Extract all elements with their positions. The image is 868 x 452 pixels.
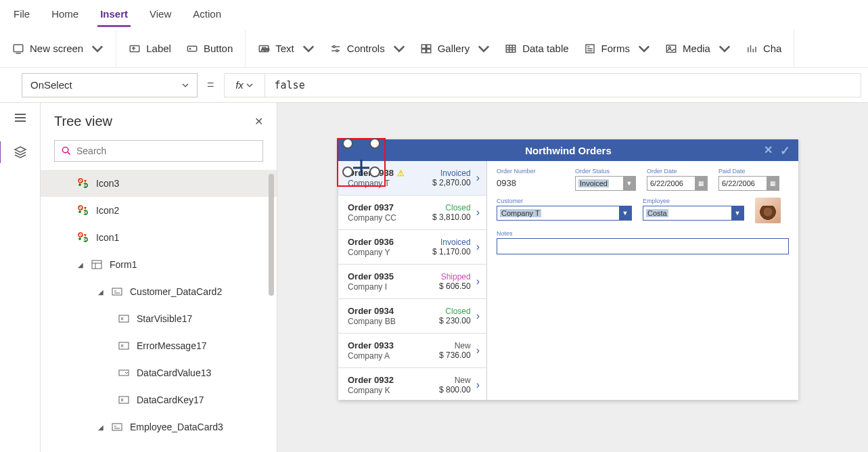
order-status: Shipped (441, 272, 471, 281)
forms-dropdown[interactable]: Forms (584, 43, 651, 55)
tree-node-icon2[interactable]: Icon2 (41, 197, 277, 224)
tree-node-starvisible[interactable]: StarVisible17 (41, 305, 277, 332)
order-row[interactable]: Order 0932Company KNew$ 800.00› (338, 368, 486, 400)
paid-date-label: Paid Date (718, 168, 779, 175)
menu-file[interactable]: File (11, 3, 32, 27)
tree-node-errormessage[interactable]: ErrorMessage17 (41, 332, 277, 359)
order-amount: $ 230.00 (439, 316, 471, 325)
tree-node-icon3[interactable]: Icon3 (41, 170, 277, 197)
employee-label: Employee (643, 198, 744, 204)
icon-node-icon (77, 205, 89, 216)
chevron-right-icon: › (476, 172, 480, 184)
new-screen-button[interactable]: New screen (12, 43, 104, 55)
tree-search-box[interactable] (54, 140, 263, 162)
hamburger-button[interactable] (14, 111, 27, 127)
selection-handle[interactable] (342, 138, 353, 149)
tree-node-customer-datacard[interactable]: ◢ Customer_DataCard2 (41, 278, 277, 305)
order-status: New (455, 341, 471, 351)
chevron-right-icon: › (476, 275, 480, 288)
close-panel-button[interactable]: ✕ (254, 115, 263, 128)
order-company: Company BB (348, 317, 396, 326)
scrollbar[interactable] (269, 174, 274, 296)
data-table-button[interactable]: Data table (505, 43, 568, 55)
charts-dropdown[interactable]: Cha (746, 43, 782, 55)
notes-input[interactable] (497, 238, 789, 254)
fx-button[interactable]: fx (224, 73, 265, 97)
label-button[interactable]: Label (129, 43, 171, 55)
tree-view-title: Tree view (54, 114, 112, 129)
order-date-picker[interactable]: 6/22/2006▦ (647, 176, 708, 191)
paid-date-picker[interactable]: 6/22/2006▦ (718, 176, 779, 191)
menu-action[interactable]: Action (190, 3, 224, 27)
controls-dropdown[interactable]: Controls (329, 43, 405, 55)
icon-node-icon (77, 232, 89, 243)
order-status: New (455, 376, 471, 385)
layers-icon (14, 145, 27, 159)
tree-node-employee-datacard[interactable]: ◢ Employee_DataCard3 (41, 413, 277, 440)
chevron-down-icon (478, 43, 490, 55)
tree-node-datacardvalue[interactable]: DataCardValue13 (41, 359, 277, 386)
cancel-icon[interactable]: ✕ (764, 143, 773, 156)
tree-node-datacardkey[interactable]: DataCardKey17 (41, 386, 277, 413)
order-status-label: Order Status (575, 168, 636, 175)
property-selector[interactable]: OnSelect (22, 73, 198, 97)
customer-label: Customer (497, 198, 632, 204)
formula-input[interactable]: false (265, 73, 861, 97)
tree-search-input[interactable] (76, 145, 256, 156)
tree-node-icon1[interactable]: Icon1 (41, 224, 277, 251)
menu-home[interactable]: Home (49, 3, 81, 27)
add-icon[interactable] (350, 157, 372, 179)
hamburger-icon (14, 111, 27, 125)
order-company: Company Y (348, 248, 394, 257)
order-row[interactable]: Order 0934Company BBClosed$ 230.00› (338, 299, 486, 334)
menu-insert[interactable]: Insert (97, 3, 131, 27)
text-icon: Abc (258, 43, 270, 55)
chevron-right-icon: › (476, 241, 480, 253)
datacard-icon (111, 422, 123, 432)
button-button[interactable]: Button (186, 43, 233, 55)
text-dropdown[interactable]: Abc Text (258, 43, 315, 55)
menu-view[interactable]: View (147, 3, 174, 27)
customer-select[interactable]: Company T▼ (497, 206, 632, 221)
canvas[interactable]: Northwind Orders ✕ ✓ Order 0938 ⚠Company… (277, 103, 868, 452)
app-title: Northwind Orders (525, 145, 612, 156)
svg-point-7 (336, 49, 338, 51)
expander-icon[interactable]: ◢ (97, 424, 104, 431)
app-preview[interactable]: Northwind Orders ✕ ✓ Order 0938 ⚠Company… (338, 139, 798, 400)
order-date-label: Order Date (647, 168, 708, 175)
order-amount: $ 1,170.00 (432, 247, 471, 256)
order-status-select[interactable]: Invoiced▼ (575, 176, 636, 191)
svg-rect-22 (119, 315, 129, 322)
order-row[interactable]: Order 0936Company YInvoiced$ 1,170.00› (338, 230, 486, 265)
chevron-down-icon (182, 82, 189, 89)
screen-icon (12, 43, 24, 55)
order-number: Order 0934 (348, 306, 396, 317)
submit-icon[interactable]: ✓ (780, 143, 790, 158)
order-gallery[interactable]: Order 0938 ⚠Company TInvoiced$ 2,870.00›… (338, 161, 487, 400)
employee-avatar (755, 198, 781, 223)
order-row[interactable]: Order 0935Company IShipped$ 606.50› (338, 265, 486, 299)
expander-icon[interactable]: ◢ (77, 261, 84, 269)
order-row[interactable]: Order 0933Company ANew$ 736.00› (338, 334, 486, 368)
order-number-value: 0938 (497, 176, 564, 189)
gallery-dropdown[interactable]: Gallery (420, 43, 490, 55)
order-number: Order 0935 (348, 271, 394, 282)
expander-icon[interactable]: ◢ (97, 288, 104, 296)
order-detail-form: Order Number 0938 Order Status Invoiced▼… (487, 161, 798, 400)
tree-node-form1[interactable]: ◢ Form1 (41, 251, 277, 278)
tree-view-button[interactable] (14, 145, 27, 161)
selection-box[interactable] (337, 138, 386, 187)
employee-select[interactable]: Costa▼ (643, 206, 744, 221)
selection-handle[interactable] (369, 138, 380, 149)
order-company: Company A (348, 351, 394, 361)
order-amount: $ 800.00 (439, 385, 471, 394)
media-dropdown[interactable]: Media (665, 43, 731, 55)
svg-rect-21 (112, 288, 122, 295)
order-status: Invoiced (440, 238, 471, 247)
order-company: Company K (348, 386, 394, 395)
formula-bar: OnSelect = fx false (0, 68, 868, 103)
chevron-down-icon (638, 43, 650, 55)
order-row[interactable]: Order 0937Company CCClosed$ 3,810.00› (338, 196, 486, 230)
forms-icon (584, 43, 596, 55)
media-icon (665, 43, 677, 55)
